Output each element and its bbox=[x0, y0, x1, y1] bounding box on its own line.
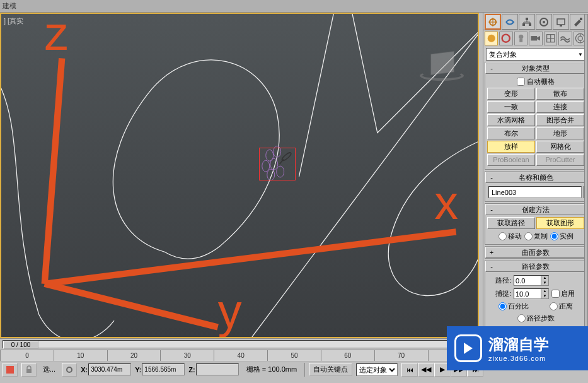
lock-selection-button[interactable] bbox=[21, 363, 37, 377]
svg-line-10 bbox=[45, 58, 62, 283]
create-tab[interactable] bbox=[485, 14, 501, 30]
mesher-button[interactable]: 网格化 bbox=[536, 141, 584, 153]
percent-radio[interactable]: 百分比 bbox=[499, 302, 529, 311]
surface-params-header[interactable]: + 曲面参数 bbox=[485, 247, 586, 258]
window-title: 建模 bbox=[3, 2, 16, 9]
move-radio[interactable]: 移动 bbox=[499, 232, 522, 241]
svg-text:x: x bbox=[434, 176, 458, 229]
spacewarps-subtab[interactable] bbox=[558, 32, 572, 45]
connect-button[interactable]: 连接 bbox=[536, 101, 584, 113]
svg-line-12 bbox=[45, 284, 218, 327]
z-coord-input[interactable] bbox=[196, 363, 239, 375]
shapes-subtab[interactable] bbox=[499, 32, 512, 45]
cameras-subtab[interactable] bbox=[529, 32, 542, 45]
svg-rect-42 bbox=[6, 366, 14, 374]
svg-text:z: z bbox=[45, 14, 69, 60]
proboolean-button[interactable]: ProBoolean bbox=[487, 154, 535, 166]
path-params-rollout: - 路径参数 路径: ▲▼ 捕捉: ▲▼ 启用 百分比 距离 路径步数 bbox=[485, 260, 587, 327]
morph-button[interactable]: 变形 bbox=[487, 88, 535, 100]
svg-point-44 bbox=[67, 367, 72, 372]
shapemerge-button[interactable]: 图形合并 bbox=[536, 114, 584, 126]
copy-radio[interactable]: 复制 bbox=[524, 232, 548, 241]
viewport-area: ] [真实 bbox=[0, 13, 480, 338]
title-bar: 建模 bbox=[0, 0, 588, 13]
helpers-subtab[interactable] bbox=[544, 32, 557, 45]
auto-key-button[interactable]: 自动关键点 bbox=[309, 363, 352, 376]
expand-icon: + bbox=[488, 249, 495, 256]
display-tab[interactable] bbox=[553, 14, 569, 30]
loft-button[interactable]: 放样 bbox=[487, 141, 535, 153]
object-name-input[interactable] bbox=[488, 186, 582, 198]
terrain-button[interactable]: 地形 bbox=[536, 127, 584, 139]
path-params-header[interactable]: - 路径参数 bbox=[485, 261, 586, 272]
create-subtabs bbox=[483, 30, 588, 47]
category-dropdown[interactable]: 复合对象 bbox=[486, 48, 586, 61]
autogrid-checkbox[interactable] bbox=[517, 78, 525, 86]
svg-rect-43 bbox=[26, 369, 32, 373]
svg-point-26 bbox=[543, 21, 545, 23]
scatter-button[interactable]: 散布 bbox=[536, 88, 584, 100]
svg-rect-33 bbox=[519, 39, 522, 42]
svg-rect-27 bbox=[557, 19, 565, 25]
watermark-overlay: 溜溜自学 zixue.3d66.com bbox=[447, 326, 588, 370]
command-panel: 复合对象 - 对象类型 自动栅格 变形散布 一致连接 水滴网格图形合并 布尔地形… bbox=[483, 13, 588, 353]
axis-gizmo: x z y bbox=[1, 14, 478, 337]
selection-label: 选... bbox=[40, 365, 58, 374]
transform-type-button[interactable] bbox=[62, 363, 77, 377]
svg-rect-17 bbox=[526, 18, 528, 20]
motion-tab[interactable] bbox=[536, 14, 552, 30]
snap-label: 捕捉: bbox=[490, 289, 511, 298]
boolean-button[interactable]: 布尔 bbox=[487, 127, 535, 139]
surface-params-rollout: + 曲面参数 bbox=[485, 246, 587, 259]
svg-text:y: y bbox=[218, 285, 242, 337]
get-shape-button[interactable]: 获取图形 bbox=[536, 217, 584, 229]
svg-point-38 bbox=[578, 36, 582, 40]
svg-point-32 bbox=[519, 35, 523, 39]
instance-radio[interactable]: 实例 bbox=[550, 232, 574, 241]
collapse-icon: - bbox=[488, 206, 495, 213]
play-logo-icon bbox=[454, 334, 482, 362]
snap-spinner[interactable]: ▲▼ bbox=[514, 288, 549, 299]
y-coord-input[interactable] bbox=[142, 363, 185, 375]
collapse-icon: - bbox=[488, 64, 495, 72]
pathsteps-radio[interactable]: 路径步数 bbox=[517, 314, 555, 323]
distance-radio[interactable]: 距离 bbox=[550, 302, 573, 311]
lights-subtab[interactable] bbox=[514, 32, 527, 45]
creation-method-header[interactable]: - 创建方法 bbox=[485, 204, 586, 215]
modify-tab[interactable] bbox=[502, 14, 518, 30]
geometry-subtab[interactable] bbox=[485, 32, 498, 45]
enable-checkbox[interactable]: 启用 bbox=[551, 289, 575, 298]
path-label: 路径: bbox=[490, 276, 511, 285]
collapse-icon: - bbox=[488, 174, 495, 181]
time-slider-thumb[interactable]: 0 / 100 bbox=[3, 341, 38, 349]
script-listener-button[interactable] bbox=[3, 363, 18, 377]
perspective-viewport[interactable]: ] [真实 bbox=[0, 13, 479, 338]
svg-rect-18 bbox=[522, 23, 525, 26]
panel-scrollbar[interactable] bbox=[584, 14, 588, 341]
object-type-rollout: - 对象类型 自动栅格 变形散布 一致连接 水滴网格图形合并 布尔地形 放样网格… bbox=[485, 62, 587, 170]
name-color-header[interactable]: - 名称和颜色 bbox=[485, 172, 586, 183]
get-path-button[interactable]: 获取路径 bbox=[487, 217, 535, 229]
creation-method-rollout: - 创建方法 获取路径 获取图形 移动 复制 实例 bbox=[485, 203, 587, 245]
svg-line-8 bbox=[45, 232, 456, 283]
collapse-icon: - bbox=[488, 262, 495, 270]
svg-rect-34 bbox=[531, 36, 538, 40]
grid-info: 栅格 = 100.0mm bbox=[243, 365, 301, 374]
object-type-header[interactable]: - 对象类型 bbox=[485, 62, 586, 74]
key-filter-dropdown[interactable]: 选定对象 bbox=[356, 363, 398, 376]
x-coord-input[interactable] bbox=[88, 363, 131, 375]
path-spinner[interactable]: ▲▼ bbox=[514, 275, 549, 286]
svg-rect-29 bbox=[580, 18, 582, 20]
procutter-button[interactable]: ProCutter bbox=[536, 154, 584, 166]
svg-point-31 bbox=[502, 35, 510, 42]
name-color-rollout: - 名称和颜色 bbox=[485, 171, 587, 202]
hierarchy-tab[interactable] bbox=[519, 14, 535, 30]
blobmesh-button[interactable]: 水滴网格 bbox=[487, 114, 535, 126]
svg-point-30 bbox=[488, 35, 495, 42]
command-panel-tabs bbox=[483, 13, 588, 30]
svg-rect-19 bbox=[529, 23, 531, 26]
autogrid-label: 自动栅格 bbox=[527, 77, 555, 86]
conform-button[interactable]: 一致 bbox=[487, 101, 535, 113]
prev-frame-button[interactable]: ◀◀ bbox=[418, 363, 434, 377]
goto-start-button[interactable]: ⏮ bbox=[401, 363, 418, 377]
